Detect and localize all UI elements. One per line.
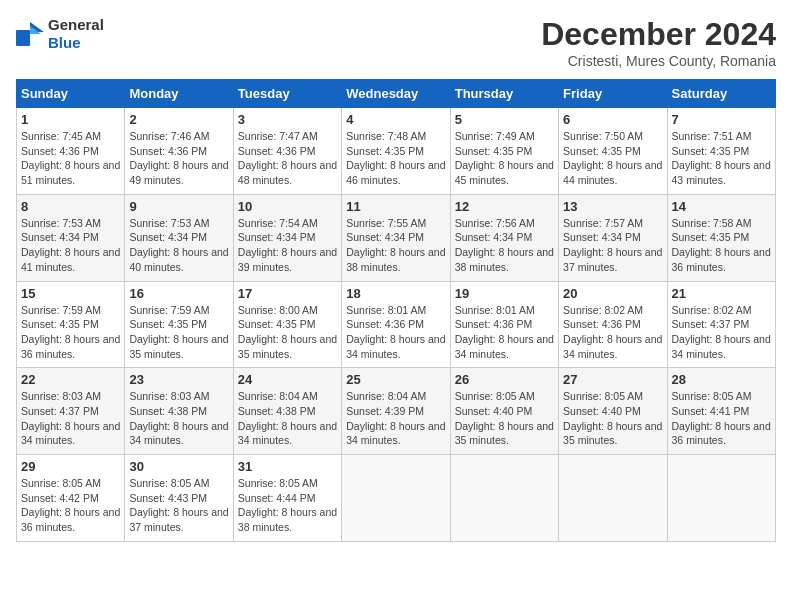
cell-info: Sunrise: 8:03 AMSunset: 4:37 PMDaylight:… (21, 389, 120, 448)
cell-info: Sunrise: 7:53 AMSunset: 4:34 PMDaylight:… (21, 216, 120, 275)
cell-info: Sunrise: 8:01 AMSunset: 4:36 PMDaylight:… (455, 303, 554, 362)
cell-info: Sunrise: 7:50 AMSunset: 4:35 PMDaylight:… (563, 129, 662, 188)
logo-blue-text: Blue (48, 34, 81, 51)
calendar-cell: 12 Sunrise: 7:56 AMSunset: 4:34 PMDaylig… (450, 194, 558, 281)
cell-day-number: 2 (129, 112, 228, 127)
calendar-cell: 13 Sunrise: 7:57 AMSunset: 4:34 PMDaylig… (559, 194, 667, 281)
cell-day-number: 7 (672, 112, 771, 127)
calendar-cell: 29 Sunrise: 8:05 AMSunset: 4:42 PMDaylig… (17, 455, 125, 542)
cell-day-number: 20 (563, 286, 662, 301)
calendar-week-row: 1 Sunrise: 7:45 AMSunset: 4:36 PMDayligh… (17, 108, 776, 195)
cell-info: Sunrise: 7:59 AMSunset: 4:35 PMDaylight:… (21, 303, 120, 362)
calendar-cell: 23 Sunrise: 8:03 AMSunset: 4:38 PMDaylig… (125, 368, 233, 455)
logo-icon (16, 22, 44, 46)
cell-day-number: 23 (129, 372, 228, 387)
calendar-cell: 3 Sunrise: 7:47 AMSunset: 4:36 PMDayligh… (233, 108, 341, 195)
col-wednesday: Wednesday (342, 80, 450, 108)
cell-day-number: 27 (563, 372, 662, 387)
cell-day-number: 18 (346, 286, 445, 301)
cell-day-number: 9 (129, 199, 228, 214)
cell-info: Sunrise: 7:45 AMSunset: 4:36 PMDaylight:… (21, 129, 120, 188)
calendar-cell: 10 Sunrise: 7:54 AMSunset: 4:34 PMDaylig… (233, 194, 341, 281)
cell-day-number: 1 (21, 112, 120, 127)
col-sunday: Sunday (17, 80, 125, 108)
cell-info: Sunrise: 8:05 AMSunset: 4:41 PMDaylight:… (672, 389, 771, 448)
cell-info: Sunrise: 7:56 AMSunset: 4:34 PMDaylight:… (455, 216, 554, 275)
cell-info: Sunrise: 7:57 AMSunset: 4:34 PMDaylight:… (563, 216, 662, 275)
calendar-cell: 14 Sunrise: 7:58 AMSunset: 4:35 PMDaylig… (667, 194, 775, 281)
logo-general-text: General (48, 16, 104, 33)
calendar-cell: 1 Sunrise: 7:45 AMSunset: 4:36 PMDayligh… (17, 108, 125, 195)
logo: General Blue (16, 16, 104, 52)
calendar-cell: 27 Sunrise: 8:05 AMSunset: 4:40 PMDaylig… (559, 368, 667, 455)
col-thursday: Thursday (450, 80, 558, 108)
col-saturday: Saturday (667, 80, 775, 108)
cell-info: Sunrise: 7:48 AMSunset: 4:35 PMDaylight:… (346, 129, 445, 188)
calendar-cell (450, 455, 558, 542)
calendar-cell: 31 Sunrise: 8:05 AMSunset: 4:44 PMDaylig… (233, 455, 341, 542)
calendar-week-row: 22 Sunrise: 8:03 AMSunset: 4:37 PMDaylig… (17, 368, 776, 455)
cell-day-number: 15 (21, 286, 120, 301)
calendar-cell (559, 455, 667, 542)
calendar-cell: 15 Sunrise: 7:59 AMSunset: 4:35 PMDaylig… (17, 281, 125, 368)
col-friday: Friday (559, 80, 667, 108)
cell-info: Sunrise: 7:54 AMSunset: 4:34 PMDaylight:… (238, 216, 337, 275)
calendar-cell: 8 Sunrise: 7:53 AMSunset: 4:34 PMDayligh… (17, 194, 125, 281)
subtitle: Cristesti, Mures County, Romania (541, 53, 776, 69)
calendar-week-row: 8 Sunrise: 7:53 AMSunset: 4:34 PMDayligh… (17, 194, 776, 281)
calendar-cell: 18 Sunrise: 8:01 AMSunset: 4:36 PMDaylig… (342, 281, 450, 368)
calendar-cell: 22 Sunrise: 8:03 AMSunset: 4:37 PMDaylig… (17, 368, 125, 455)
cell-day-number: 30 (129, 459, 228, 474)
cell-info: Sunrise: 7:51 AMSunset: 4:35 PMDaylight:… (672, 129, 771, 188)
calendar-cell: 11 Sunrise: 7:55 AMSunset: 4:34 PMDaylig… (342, 194, 450, 281)
main-title: December 2024 (541, 16, 776, 53)
calendar-cell: 5 Sunrise: 7:49 AMSunset: 4:35 PMDayligh… (450, 108, 558, 195)
cell-day-number: 4 (346, 112, 445, 127)
calendar-cell: 25 Sunrise: 8:04 AMSunset: 4:39 PMDaylig… (342, 368, 450, 455)
col-tuesday: Tuesday (233, 80, 341, 108)
cell-day-number: 5 (455, 112, 554, 127)
cell-day-number: 8 (21, 199, 120, 214)
calendar-week-row: 15 Sunrise: 7:59 AMSunset: 4:35 PMDaylig… (17, 281, 776, 368)
cell-info: Sunrise: 7:53 AMSunset: 4:34 PMDaylight:… (129, 216, 228, 275)
cell-info: Sunrise: 8:05 AMSunset: 4:42 PMDaylight:… (21, 476, 120, 535)
calendar-cell: 16 Sunrise: 7:59 AMSunset: 4:35 PMDaylig… (125, 281, 233, 368)
cell-info: Sunrise: 8:00 AMSunset: 4:35 PMDaylight:… (238, 303, 337, 362)
calendar-cell: 28 Sunrise: 8:05 AMSunset: 4:41 PMDaylig… (667, 368, 775, 455)
cell-day-number: 31 (238, 459, 337, 474)
calendar-table: Sunday Monday Tuesday Wednesday Thursday… (16, 79, 776, 542)
cell-day-number: 28 (672, 372, 771, 387)
title-area: December 2024 Cristesti, Mures County, R… (541, 16, 776, 69)
calendar-cell (342, 455, 450, 542)
cell-day-number: 14 (672, 199, 771, 214)
cell-day-number: 17 (238, 286, 337, 301)
cell-info: Sunrise: 8:05 AMSunset: 4:43 PMDaylight:… (129, 476, 228, 535)
calendar-cell: 20 Sunrise: 8:02 AMSunset: 4:36 PMDaylig… (559, 281, 667, 368)
calendar-cell: 17 Sunrise: 8:00 AMSunset: 4:35 PMDaylig… (233, 281, 341, 368)
cell-info: Sunrise: 8:02 AMSunset: 4:36 PMDaylight:… (563, 303, 662, 362)
calendar-cell: 6 Sunrise: 7:50 AMSunset: 4:35 PMDayligh… (559, 108, 667, 195)
calendar-cell: 30 Sunrise: 8:05 AMSunset: 4:43 PMDaylig… (125, 455, 233, 542)
calendar-cell: 9 Sunrise: 7:53 AMSunset: 4:34 PMDayligh… (125, 194, 233, 281)
cell-info: Sunrise: 7:46 AMSunset: 4:36 PMDaylight:… (129, 129, 228, 188)
calendar-cell: 2 Sunrise: 7:46 AMSunset: 4:36 PMDayligh… (125, 108, 233, 195)
cell-info: Sunrise: 8:04 AMSunset: 4:38 PMDaylight:… (238, 389, 337, 448)
svg-rect-0 (16, 30, 30, 46)
cell-day-number: 13 (563, 199, 662, 214)
cell-info: Sunrise: 8:04 AMSunset: 4:39 PMDaylight:… (346, 389, 445, 448)
cell-info: Sunrise: 8:01 AMSunset: 4:36 PMDaylight:… (346, 303, 445, 362)
cell-day-number: 3 (238, 112, 337, 127)
calendar-cell: 7 Sunrise: 7:51 AMSunset: 4:35 PMDayligh… (667, 108, 775, 195)
cell-day-number: 11 (346, 199, 445, 214)
cell-info: Sunrise: 7:58 AMSunset: 4:35 PMDaylight:… (672, 216, 771, 275)
cell-info: Sunrise: 8:05 AMSunset: 4:40 PMDaylight:… (563, 389, 662, 448)
cell-day-number: 16 (129, 286, 228, 301)
cell-day-number: 22 (21, 372, 120, 387)
cell-day-number: 24 (238, 372, 337, 387)
calendar-cell: 4 Sunrise: 7:48 AMSunset: 4:35 PMDayligh… (342, 108, 450, 195)
cell-day-number: 12 (455, 199, 554, 214)
cell-info: Sunrise: 8:05 AMSunset: 4:44 PMDaylight:… (238, 476, 337, 535)
cell-day-number: 6 (563, 112, 662, 127)
calendar-cell: 26 Sunrise: 8:05 AMSunset: 4:40 PMDaylig… (450, 368, 558, 455)
cell-info: Sunrise: 8:02 AMSunset: 4:37 PMDaylight:… (672, 303, 771, 362)
